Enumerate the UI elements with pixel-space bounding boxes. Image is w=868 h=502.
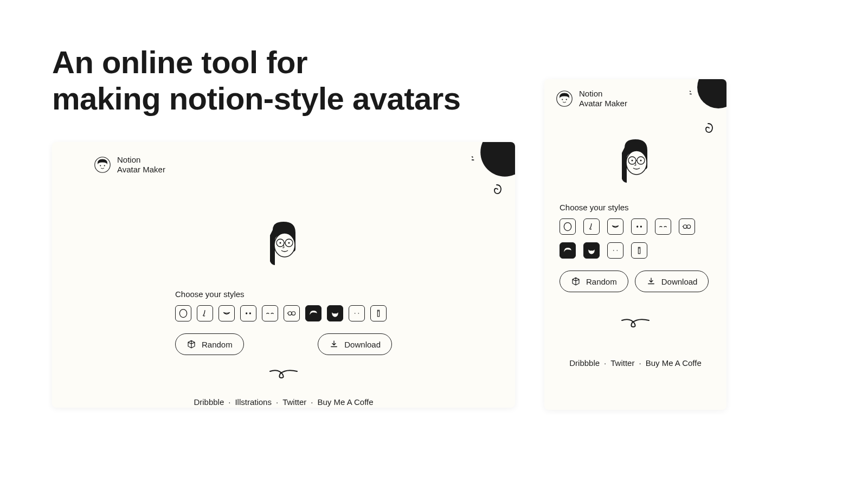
styles-label: Choose your styles — [175, 289, 392, 299]
eyes-icon — [634, 221, 645, 232]
logo-text: Notion Avatar Maker — [579, 89, 627, 108]
footer-links-mobile: Dribbble · Twitter · Buy Me A Coffe — [544, 358, 726, 368]
style-tile-beard[interactable] — [327, 305, 343, 321]
hair-icon — [308, 308, 319, 319]
style-tile-glasses[interactable] — [284, 305, 300, 321]
footer-sep: · — [228, 397, 230, 407]
footer-link-buymeacoffee[interactable]: Buy Me A Coffe — [646, 358, 702, 368]
svg-point-10 — [179, 310, 187, 318]
style-tile-beard[interactable] — [583, 242, 600, 259]
details-icon — [351, 308, 362, 319]
svg-point-14 — [292, 312, 295, 316]
svg-point-3 — [480, 142, 515, 177]
download-button[interactable]: Download — [318, 333, 392, 355]
svg-point-29 — [632, 160, 633, 162]
styles-label: Choose your styles — [560, 203, 711, 212]
style-tile-eyebrows[interactable] — [262, 305, 278, 321]
style-tile-hair[interactable] — [305, 305, 322, 321]
corner-swirl-icon — [489, 183, 504, 198]
style-tile-eyes[interactable] — [631, 218, 647, 235]
corner-doodle-circle — [472, 142, 515, 185]
styles-section: Choose your styles — [560, 203, 711, 259]
style-tile-nose[interactable] — [197, 305, 213, 321]
svg-line-36 — [683, 226, 684, 227]
style-tile-glasses[interactable] — [679, 218, 695, 235]
svg-point-11 — [246, 312, 247, 314]
accessories-icon — [634, 245, 645, 256]
style-tile-mouth[interactable] — [218, 305, 235, 321]
svg-point-38 — [617, 250, 618, 251]
svg-line-16 — [287, 313, 288, 313]
page-headline: An online tool for making notion-style a… — [52, 44, 461, 117]
action-buttons-row: Random Download — [560, 271, 711, 292]
beard-icon — [330, 308, 340, 319]
style-tile-nose[interactable] — [583, 218, 600, 235]
app-header: Notion Avatar Maker — [52, 142, 515, 188]
footer-link-dribbble[interactable]: Dribbble — [194, 397, 224, 407]
face-shape-icon — [562, 221, 573, 232]
style-tile-hair[interactable] — [560, 242, 576, 259]
logo-text-line2: Avatar Maker — [579, 99, 627, 108]
svg-point-40 — [639, 248, 640, 249]
svg-point-20 — [378, 311, 379, 312]
cube-icon — [187, 339, 196, 349]
avatar-preview — [544, 137, 726, 191]
random-button[interactable]: Random — [175, 333, 244, 355]
footer-sep: · — [311, 397, 313, 407]
style-tile-accessories[interactable] — [370, 305, 387, 321]
logo-text-line1: Notion — [117, 155, 165, 165]
svg-point-23 — [566, 99, 567, 100]
eyebrows-icon — [265, 308, 275, 319]
footer-link-twitter[interactable]: Twitter — [610, 358, 634, 368]
download-icon — [646, 276, 656, 286]
avatar-preview-svg — [256, 219, 311, 273]
svg-point-2 — [104, 165, 105, 166]
headline-line-1: An online tool for — [52, 44, 307, 80]
hair-icon — [562, 245, 573, 256]
svg-point-30 — [640, 160, 642, 162]
footer-sep: · — [604, 358, 606, 368]
preview-card-desktop: Notion Avatar Maker Choose your styles — [52, 142, 515, 408]
glasses-icon — [286, 308, 297, 319]
style-tile-face[interactable] — [175, 305, 191, 321]
svg-point-32 — [636, 226, 638, 227]
download-button[interactable]: Download — [635, 271, 709, 292]
action-buttons-row: Random Download — [175, 333, 392, 355]
doodle-divider — [544, 315, 726, 331]
footer-sep: · — [276, 397, 278, 407]
footer-link-buymeacoffee[interactable]: Buy Me A Coffe — [317, 397, 373, 407]
footer-link-illustrations[interactable]: Illstrations — [235, 397, 272, 407]
svg-point-17 — [355, 313, 356, 314]
download-icon — [329, 339, 339, 349]
details-icon — [610, 245, 621, 256]
footer-link-twitter[interactable]: Twitter — [282, 397, 306, 407]
eyes-icon — [243, 308, 254, 319]
footer-link-dribbble[interactable]: Dribbble — [569, 358, 600, 368]
logo-avatar-icon — [94, 157, 111, 173]
style-tile-accessories[interactable] — [631, 242, 647, 259]
style-tile-details[interactable] — [607, 242, 623, 259]
svg-point-37 — [613, 250, 614, 251]
style-tile-mouth[interactable] — [607, 218, 623, 235]
random-button-label: Random — [586, 277, 617, 286]
styles-section: Choose your styles — [175, 289, 392, 321]
avatar-preview-svg — [608, 137, 663, 191]
face-shape-icon — [178, 308, 189, 319]
mouth-icon — [221, 308, 232, 319]
svg-point-18 — [358, 313, 359, 314]
random-button[interactable]: Random — [560, 271, 628, 292]
glasses-icon — [681, 221, 692, 232]
svg-point-34 — [683, 225, 687, 229]
svg-point-8 — [280, 242, 281, 244]
corner-doodle-circle — [690, 79, 726, 116]
logo-text-line1: Notion — [579, 89, 627, 99]
svg-point-9 — [288, 242, 290, 244]
download-button-label: Download — [661, 277, 698, 286]
style-tile-eyebrows[interactable] — [655, 218, 671, 235]
svg-point-1 — [100, 165, 101, 166]
style-tile-eyes[interactable] — [240, 305, 256, 321]
logo-text: Notion Avatar Maker — [117, 155, 165, 175]
svg-point-33 — [640, 226, 642, 227]
style-tile-details[interactable] — [349, 305, 365, 321]
style-tile-face[interactable] — [560, 218, 576, 235]
